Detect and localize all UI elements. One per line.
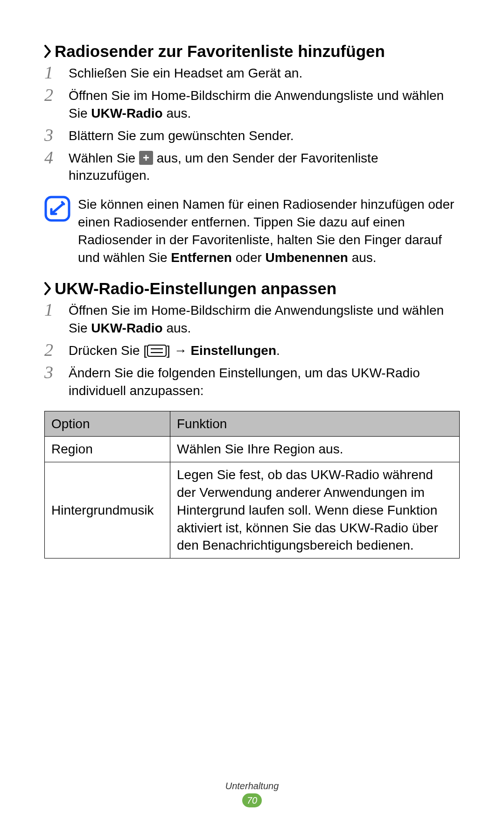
- heading-text: Radiosender zur Favoritenliste hinzufüge…: [55, 42, 385, 61]
- step-item: Schließen Sie ein Headset am Gerät an.: [44, 64, 460, 82]
- chevron-right-icon: [44, 45, 52, 58]
- settings-table: Option Funktion Region Wählen Sie Ihre R…: [44, 411, 460, 559]
- svg-rect-1: [147, 345, 166, 356]
- td-function: Legen Sie fest, ob das UKW-Radio während…: [170, 462, 460, 558]
- note-icon: [44, 196, 70, 222]
- step-item: Öffnen Sie im Home-Bildschirm die Anwend…: [44, 302, 460, 337]
- step-text: Wählen Sie + aus, um den Sender der Favo…: [69, 149, 460, 185]
- plus-icon: +: [139, 151, 153, 165]
- manual-page: Radiosender zur Favoritenliste hinzufüge…: [0, 0, 504, 827]
- step-item: Wählen Sie + aus, um den Sender der Favo…: [44, 149, 460, 185]
- table-row: Region Wählen Sie Ihre Region aus.: [45, 437, 460, 462]
- td-option: Region: [45, 437, 170, 462]
- note-text: Sie können einen Namen für einen Radiose…: [78, 196, 460, 266]
- td-option: Hintergrundmusik: [45, 462, 170, 558]
- chevron-right-icon: [44, 282, 52, 295]
- td-function: Wählen Sie Ihre Region aus.: [170, 437, 460, 462]
- step-text: Drücken Sie [ ] → Einstellungen.: [69, 342, 460, 360]
- step-text: Ändern Sie die folgenden Einstellungen, …: [69, 364, 460, 400]
- th-function: Funktion: [170, 411, 460, 437]
- steps-list-2: Öffnen Sie im Home-Bildschirm die Anwend…: [44, 302, 460, 399]
- steps-list-1: Schließen Sie ein Headset am Gerät an. Ö…: [44, 64, 460, 184]
- table-row: Hintergrundmusik Legen Sie fest, ob das …: [45, 462, 460, 558]
- step-item: Öffnen Sie im Home-Bildschirm die Anwend…: [44, 87, 460, 122]
- menu-icon: [147, 345, 167, 357]
- th-option: Option: [45, 411, 170, 437]
- heading-add-favorite: Radiosender zur Favoritenliste hinzufüge…: [44, 42, 460, 61]
- page-number: 70: [242, 793, 262, 807]
- page-footer: Unterhaltung 70: [0, 781, 504, 807]
- step-item: Ändern Sie die folgenden Einstellungen, …: [44, 364, 460, 400]
- footer-section-label: Unterhaltung: [0, 781, 504, 792]
- step-text: Schließen Sie ein Headset am Gerät an.: [69, 64, 460, 82]
- heading-settings: UKW-Radio-Einstellungen anpassen: [44, 279, 460, 298]
- heading-text: UKW-Radio-Einstellungen anpassen: [55, 279, 336, 298]
- step-text: Öffnen Sie im Home-Bildschirm die Anwend…: [69, 87, 460, 122]
- step-item: Drücken Sie [ ] → Einstellungen.: [44, 342, 460, 360]
- table-header-row: Option Funktion: [45, 411, 460, 437]
- step-item: Blättern Sie zum gewünschten Sender.: [44, 127, 460, 145]
- note-block: Sie können einen Namen für einen Radiose…: [44, 196, 460, 266]
- step-text: Öffnen Sie im Home-Bildschirm die Anwend…: [69, 302, 460, 337]
- step-text: Blättern Sie zum gewünschten Sender.: [69, 127, 460, 145]
